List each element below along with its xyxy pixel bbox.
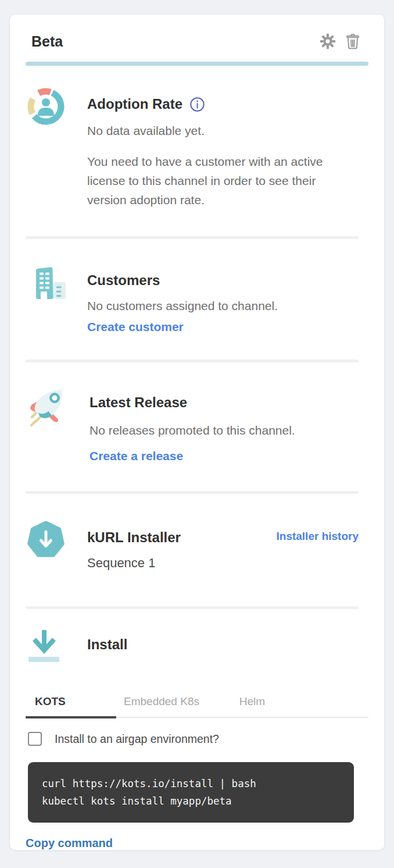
- install-command-line: kubectl kots install myapp/beta: [42, 792, 340, 810]
- info-circle-icon[interactable]: [189, 97, 205, 112]
- airgap-label: Install to an airgap environment?: [55, 732, 219, 746]
- channel-title: Beta: [31, 32, 63, 51]
- trash-icon[interactable]: [345, 33, 360, 49]
- gear-icon[interactable]: [320, 33, 336, 49]
- download-arrow-icon: [26, 627, 66, 672]
- adoption-rate-title: Adoption Rate: [87, 94, 182, 114]
- install-command-block: curl https://kots.io/install | bash kube…: [28, 762, 354, 823]
- buildings-icon: [26, 262, 66, 334]
- card-header: Beta: [26, 15, 368, 51]
- customers-empty-text: No customers assigned to channel.: [87, 296, 359, 315]
- airgap-checkbox[interactable]: [28, 732, 42, 746]
- create-release-link[interactable]: Create a release: [89, 449, 183, 463]
- tab-helm[interactable]: Helm: [207, 695, 298, 718]
- adoption-empty-title: No data available yet.: [87, 121, 359, 140]
- customers-section: Customers No customers assigned to chann…: [26, 239, 368, 360]
- installer-history-link[interactable]: Installer history: [277, 530, 359, 543]
- installer-sequence: Sequence 1: [87, 554, 359, 572]
- install-tabs: KOTS Embedded K8s Helm: [26, 695, 368, 718]
- install-title: Install: [87, 635, 359, 654]
- kurl-installer-content: kURL Installer Installer history Sequenc…: [87, 520, 359, 572]
- channel-card: Beta: [9, 14, 385, 851]
- release-empty-text: No releases promoted to this channel.: [89, 421, 359, 440]
- adoption-empty-desc: You need to have a customer with an acti…: [87, 152, 349, 209]
- adoption-rate-content: Adoption Rate No data available yet. You…: [87, 86, 359, 209]
- kurl-installer-section: kURL Installer Installer history Sequenc…: [26, 494, 368, 606]
- channel-accent-bar: [26, 62, 368, 66]
- airgap-option-row: Install to an airgap environment?: [26, 732, 368, 746]
- latest-release-content: Latest Release No releases promoted to t…: [89, 385, 359, 463]
- latest-release-section: Latest Release No releases promoted to t…: [26, 362, 368, 491]
- adoption-rate-section: Adoption Rate No data available yet. You…: [26, 66, 368, 236]
- header-actions: [320, 33, 360, 49]
- install-content: Install: [87, 627, 359, 672]
- create-customer-link[interactable]: Create customer: [87, 320, 184, 334]
- rocket-icon: [26, 385, 69, 463]
- adoption-rate-icon: [26, 86, 66, 209]
- copy-command-link[interactable]: Copy command: [26, 837, 113, 850]
- tab-embedded-k8s[interactable]: Embedded K8s: [116, 695, 207, 718]
- customers-title: Customers: [87, 271, 359, 290]
- kurl-installer-title: kURL Installer: [87, 528, 181, 547]
- latest-release-title: Latest Release: [89, 393, 359, 412]
- install-command-line: curl https://kots.io/install | bash: [42, 775, 340, 792]
- tab-kots[interactable]: KOTS: [26, 695, 116, 718]
- kurl-heptagon-download-icon: [26, 520, 66, 572]
- install-section: Install: [26, 609, 368, 677]
- customers-content: Customers No customers assigned to chann…: [87, 262, 359, 334]
